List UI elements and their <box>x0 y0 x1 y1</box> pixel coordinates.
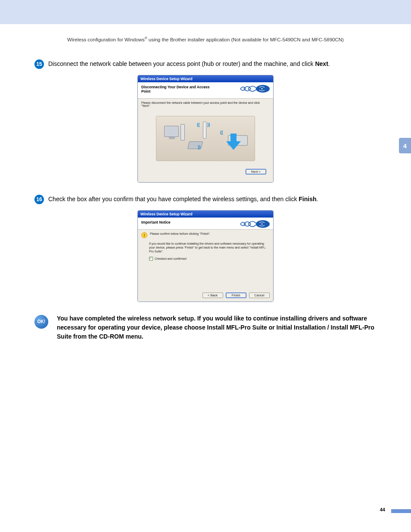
step-15-text: Disconnect the network cable between you… <box>48 59 377 68</box>
ok-text: You have completed the wireless network … <box>57 314 377 341</box>
cancel-button[interactable]: Cancel <box>249 292 270 298</box>
step-number-badge: 15 <box>34 59 44 69</box>
page-number-bar <box>391 509 411 513</box>
finish-button[interactable]: Finish <box>226 292 246 298</box>
wireless-signal-icon: (( <box>220 130 223 135</box>
svg-point-3 <box>262 224 263 225</box>
confirm-checkbox-row: Checked and confirmed <box>141 257 270 261</box>
wireless-signal-icon: )) <box>198 145 201 149</box>
wizard-heading: Disconnecting Your Device and Access Poi… <box>141 85 219 94</box>
wizard-titlebar: Wireless Device Setup Wizard <box>138 211 273 218</box>
header-prefix: Wireless configuration for Windows <box>67 37 145 42</box>
step-16: 16 Check the box after you confirm that … <box>34 195 377 204</box>
step-number-badge: 16 <box>34 195 44 204</box>
wireless-signal-icon: )) <box>207 122 210 127</box>
top-band <box>0 0 411 24</box>
wizard-instruction: Please disconnect the network cable betw… <box>141 101 270 107</box>
exclamation-icon: ! <box>141 232 147 238</box>
wizard-heading: Important Notice <box>141 220 219 225</box>
network-illustration: (( )) (( )) <box>156 116 255 161</box>
wizard-dialog-disconnect: Wireless Device Setup Wizard Disconnecti… <box>137 75 274 183</box>
wizard-body: Please disconnect the network cable betw… <box>138 99 273 182</box>
svg-point-0 <box>256 85 270 93</box>
wireless-waves-icon <box>237 219 271 229</box>
svg-point-1 <box>262 88 263 89</box>
page-number: 44 <box>380 507 385 512</box>
step-16-text: Check the box after you confirm that you… <box>48 195 377 204</box>
wireless-signal-icon: (( <box>197 122 200 127</box>
laptop-icon <box>187 141 203 149</box>
wireless-waves-icon <box>237 84 271 93</box>
wizard-header: Important Notice <box>138 218 273 230</box>
wizard-titlebar: Wireless Device Setup Wizard <box>138 75 273 82</box>
back-button[interactable]: < Back <box>202 292 223 298</box>
wizard-body: ! Please confirm below before clicking "… <box>138 230 273 290</box>
confirm-checkbox-label: Checked and confirmed <box>155 257 187 260</box>
wizard-footer: Next > <box>141 166 270 178</box>
monitor-icon <box>164 126 179 137</box>
ok-completion-block: OK! You have completed the wireless netw… <box>34 314 377 341</box>
notice-body-text: If you would like to continue installing… <box>141 242 270 253</box>
next-button[interactable]: Next > <box>246 169 266 174</box>
step-15: 15 Disconnect the network cable between … <box>34 59 377 69</box>
header-suffix: using the Brother installer application … <box>147 37 344 42</box>
page-header: Wireless configuration for Windows® usin… <box>0 36 411 42</box>
section-tab: 4 <box>399 138 411 153</box>
wizard-dialog-notice: Wireless Device Setup Wizard Important N… <box>137 210 274 302</box>
confirm-checkbox[interactable] <box>149 257 153 261</box>
wizard-header: Disconnecting Your Device and Access Poi… <box>138 82 273 99</box>
pc-tower-icon <box>181 124 185 140</box>
wizard-footer: < Back Finish Cancel <box>138 290 273 302</box>
ok-badge-icon: OK! <box>34 315 48 329</box>
confirm-line: Please confirm below before clicking "Fi… <box>150 232 211 235</box>
router-icon <box>203 121 206 139</box>
svg-point-2 <box>256 220 270 228</box>
